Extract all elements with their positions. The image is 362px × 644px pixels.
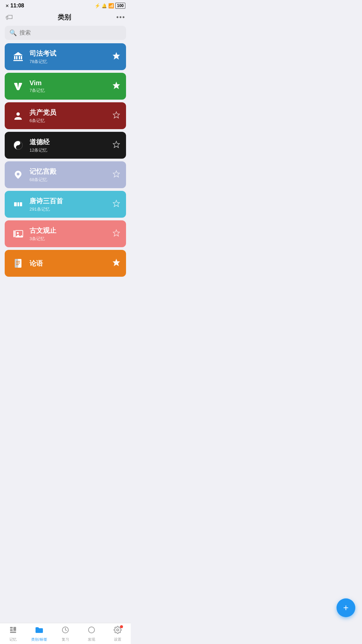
- svg-rect-17: [14, 202, 17, 206]
- category-text: 道德经 12条记忆: [29, 138, 112, 153]
- search-icon: 🔍: [9, 29, 17, 37]
- category-name: 司法考试: [29, 49, 112, 58]
- category-icon: [10, 196, 26, 212]
- category-text: 司法考试 78条记忆: [29, 49, 112, 65]
- svg-marker-20: [113, 200, 120, 207]
- category-icon: [10, 78, 26, 94]
- category-icon: [10, 108, 26, 124]
- category-item[interactable]: 共产党员 6条记忆: [5, 102, 126, 129]
- svg-point-15: [17, 173, 19, 175]
- category-name: 记忆宫殿: [29, 167, 112, 176]
- status-bar: ✕ 11:08 ⚡ 🔔 📶 100: [0, 0, 131, 10]
- category-text: 论语: [29, 259, 112, 268]
- category-icon: [10, 49, 26, 65]
- category-text: 共产党员 6条记忆: [29, 108, 112, 124]
- search-bar: 🔍: [5, 26, 126, 40]
- svg-rect-2: [19, 56, 20, 59]
- status-time: 11:08: [10, 3, 24, 9]
- svg-rect-4: [13, 60, 23, 61]
- category-name: 道德经: [29, 138, 112, 147]
- category-item[interactable]: 道德经 12条记忆: [5, 132, 126, 159]
- page-header: 🏷 类别 •••: [0, 10, 131, 26]
- svg-rect-3: [21, 56, 22, 59]
- category-item[interactable]: Vim 7条记忆: [5, 73, 126, 100]
- category-name: 论语: [29, 259, 112, 268]
- battery-icon: 100: [115, 3, 125, 9]
- category-item[interactable]: 记忆宫殿 68条记忆: [5, 161, 126, 188]
- svg-point-23: [17, 232, 19, 234]
- category-icon: [10, 226, 26, 242]
- category-text: 唐诗三百首 291条记忆: [29, 197, 112, 212]
- svg-marker-7: [113, 82, 120, 89]
- svg-point-8: [16, 112, 20, 116]
- category-star[interactable]: [112, 199, 121, 209]
- category-count: 12条记忆: [29, 147, 112, 153]
- category-item[interactable]: 古文观止 3条记忆: [5, 220, 126, 247]
- category-item[interactable]: 唐诗三百首 291条记忆: [5, 191, 126, 218]
- svg-rect-18: [17, 202, 19, 206]
- category-count: 3条记忆: [29, 236, 112, 242]
- svg-rect-21: [13, 230, 15, 237]
- category-name: 共产党员: [29, 108, 112, 117]
- svg-marker-9: [113, 112, 120, 118]
- category-name: Vim: [29, 79, 112, 87]
- more-options-button[interactable]: •••: [116, 13, 125, 21]
- bluetooth-icon: ⚡: [95, 3, 100, 8]
- tag-icon[interactable]: 🏷: [5, 13, 13, 22]
- category-star[interactable]: [112, 81, 121, 91]
- category-star[interactable]: [112, 111, 121, 121]
- category-count: 291条记忆: [29, 206, 112, 212]
- category-star[interactable]: [112, 140, 121, 150]
- category-star[interactable]: [112, 170, 121, 180]
- category-text: 古文观止 3条记忆: [29, 226, 112, 242]
- category-count: 78条记忆: [29, 59, 112, 65]
- svg-point-12: [17, 147, 19, 148]
- svg-point-11: [17, 142, 19, 144]
- category-star[interactable]: [112, 258, 121, 268]
- page-title: 类别: [58, 13, 71, 22]
- svg-marker-14: [113, 141, 120, 148]
- category-icon: [10, 137, 26, 153]
- svg-rect-1: [16, 56, 17, 59]
- search-input[interactable]: [19, 30, 121, 36]
- category-count: 68条记忆: [29, 177, 112, 183]
- svg-marker-5: [13, 52, 23, 55]
- category-icon: [10, 167, 26, 183]
- notification-icon: 🔔: [102, 3, 107, 8]
- category-count: 7条记忆: [29, 88, 112, 94]
- svg-rect-19: [20, 202, 22, 206]
- category-list: 司法考试 78条记忆 Vim 7条记忆 共产党员 6条记忆: [0, 43, 131, 310]
- svg-marker-6: [113, 53, 120, 59]
- svg-rect-0: [14, 56, 15, 59]
- category-icon: [10, 255, 26, 271]
- category-item[interactable]: 论语: [5, 250, 126, 277]
- wifi-icon: 📶: [108, 3, 114, 8]
- svg-marker-24: [113, 230, 120, 236]
- svg-marker-16: [113, 171, 120, 177]
- category-text: 记忆宫殿 68条记忆: [29, 167, 112, 183]
- category-star[interactable]: [112, 229, 121, 239]
- category-star[interactable]: [112, 52, 121, 62]
- category-name: 古文观止: [29, 226, 112, 235]
- svg-marker-30: [113, 259, 120, 266]
- status-icons: ⚡ 🔔 📶 100: [95, 3, 125, 9]
- category-text: Vim 7条记忆: [29, 79, 112, 94]
- category-item[interactable]: 司法考试 78条记忆: [5, 43, 126, 70]
- category-name: 唐诗三百首: [29, 197, 112, 206]
- category-count: 6条记忆: [29, 118, 112, 124]
